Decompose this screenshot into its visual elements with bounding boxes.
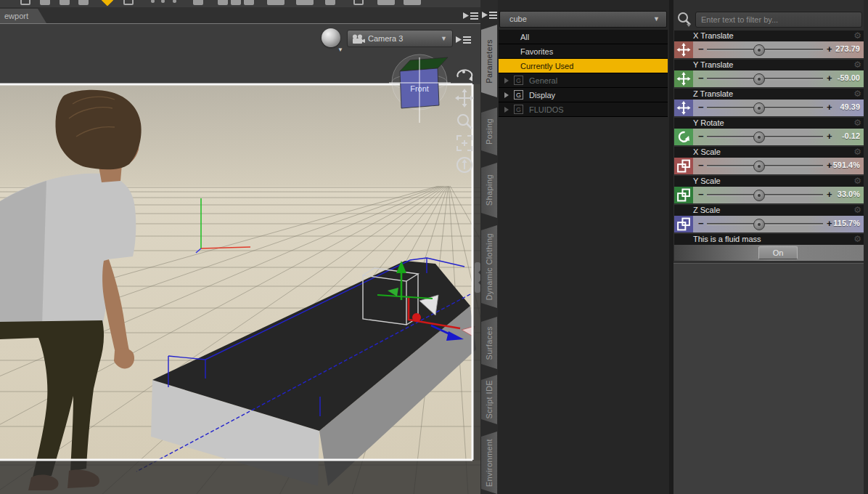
toggle-track[interactable]: On bbox=[674, 245, 864, 261]
viewport-options-icon[interactable] bbox=[456, 34, 472, 46]
slider-track[interactable] bbox=[707, 136, 823, 138]
slider-track[interactable] bbox=[707, 107, 823, 109]
toolbar-button[interactable] bbox=[102, 0, 114, 6]
toolbar-button[interactable] bbox=[60, 0, 70, 5]
toolbar-button[interactable] bbox=[151, 0, 155, 3]
slider-handle[interactable] bbox=[753, 131, 765, 143]
decrement-button[interactable]: − bbox=[698, 44, 704, 54]
scene-3d-render[interactable]: Front bbox=[0, 24, 480, 494]
tab-parameters[interactable]: Parameters bbox=[481, 25, 497, 97]
move-icon[interactable] bbox=[674, 41, 693, 58]
pan-tool-icon[interactable] bbox=[454, 88, 475, 108]
tab-surfaces[interactable]: Surfaces bbox=[481, 317, 497, 369]
frame-tool-icon[interactable] bbox=[454, 133, 475, 153]
slider-handle[interactable] bbox=[753, 219, 765, 230]
viewport-3d[interactable]: Front ▼ Camera 3 ▼ bbox=[0, 23, 480, 494]
slider-handle[interactable] bbox=[753, 102, 765, 114]
slider-track[interactable] bbox=[707, 49, 823, 51]
increment-button[interactable]: + bbox=[827, 189, 832, 200]
toolbar-button[interactable] bbox=[161, 0, 165, 3]
expander-triangle-icon[interactable] bbox=[504, 78, 512, 84]
pane-collapse-handle[interactable] bbox=[475, 262, 480, 293]
param-value[interactable]: 273.79 bbox=[835, 44, 860, 53]
toolbar-button[interactable] bbox=[296, 0, 314, 5]
increment-button[interactable]: + bbox=[827, 102, 832, 113]
tab-dynamic-clothing[interactable]: Dynamic Clothing bbox=[481, 225, 497, 308]
slider-handle[interactable] bbox=[753, 44, 765, 56]
slider-track[interactable] bbox=[707, 223, 823, 225]
zoom-tool-icon[interactable] bbox=[454, 111, 475, 131]
drawstyle-button[interactable]: ▼ bbox=[320, 28, 345, 53]
orbit-tool-icon[interactable] bbox=[454, 65, 475, 85]
scale-icon[interactable] bbox=[674, 158, 693, 174]
param-value[interactable]: 591.4% bbox=[833, 161, 860, 169]
toolbar-button[interactable] bbox=[173, 0, 176, 3]
slider-handle[interactable] bbox=[753, 190, 765, 201]
gear-icon[interactable]: ⚙ bbox=[853, 205, 861, 216]
toolbar-button[interactable] bbox=[218, 0, 228, 5]
scale-icon[interactable] bbox=[674, 216, 693, 232]
tab-shaping[interactable]: Shaping bbox=[481, 163, 497, 218]
gear-icon[interactable]: ⚙ bbox=[853, 31, 861, 41]
increment-button[interactable]: + bbox=[827, 44, 832, 54]
increment-button[interactable]: + bbox=[827, 218, 832, 229]
toolbar-button[interactable] bbox=[231, 0, 241, 5]
decrement-button[interactable]: − bbox=[698, 218, 704, 229]
camera-selector-dropdown[interactable]: Camera 3 ▼ bbox=[347, 30, 453, 47]
slider-track[interactable] bbox=[707, 78, 823, 80]
expander-triangle-icon[interactable] bbox=[504, 107, 512, 113]
toolbar-button[interactable] bbox=[20, 0, 30, 5]
toolbar-button[interactable] bbox=[123, 0, 134, 5]
param-value[interactable]: 115.7% bbox=[833, 219, 860, 227]
toolbar-button[interactable] bbox=[377, 0, 395, 5]
tab-script-ide[interactable]: Script IDE bbox=[481, 375, 497, 424]
gear-icon[interactable]: ⚙ bbox=[853, 176, 861, 187]
param-value[interactable]: 33.0% bbox=[838, 190, 860, 198]
toolbar-button[interactable] bbox=[325, 0, 335, 5]
toggle-on-button[interactable]: On bbox=[758, 246, 798, 259]
group-item-general[interactable]: GGeneral bbox=[499, 73, 668, 88]
group-item-fluidos[interactable]: GFLUIDOS bbox=[499, 102, 668, 117]
param-value[interactable]: 49.39 bbox=[840, 102, 860, 111]
filter-input[interactable] bbox=[695, 12, 862, 28]
param-value[interactable]: -0.12 bbox=[842, 131, 860, 140]
gear-icon[interactable]: ⚙ bbox=[853, 234, 861, 245]
decrement-button[interactable]: − bbox=[698, 131, 704, 142]
tab-viewport[interactable]: ewport bbox=[0, 9, 46, 23]
decrement-button[interactable]: − bbox=[698, 160, 704, 171]
increment-button[interactable]: + bbox=[827, 131, 832, 142]
slider-track[interactable] bbox=[707, 194, 823, 196]
group-item-currently-used[interactable]: Currently Used bbox=[499, 59, 668, 73]
rotate-icon[interactable] bbox=[674, 129, 693, 145]
toolbar-button[interactable] bbox=[353, 0, 364, 5]
expander-triangle-icon[interactable] bbox=[504, 92, 512, 98]
decrement-button[interactable]: − bbox=[698, 73, 704, 84]
toolbar-button[interactable] bbox=[404, 0, 421, 5]
toolbar-button[interactable] bbox=[193, 0, 203, 5]
gear-icon[interactable]: ⚙ bbox=[853, 89, 861, 100]
tabs-options-icon[interactable] bbox=[482, 9, 498, 21]
tab-environment[interactable]: Environment bbox=[481, 432, 497, 494]
search-icon[interactable] bbox=[676, 12, 692, 28]
move-icon[interactable] bbox=[674, 100, 693, 116]
gear-icon[interactable]: ⚙ bbox=[853, 60, 861, 70]
decrement-button[interactable]: − bbox=[698, 189, 704, 200]
slider-handle[interactable] bbox=[753, 161, 765, 172]
group-item-all[interactable]: All bbox=[499, 30, 668, 44]
param-value[interactable]: -59.00 bbox=[838, 73, 860, 82]
toolbar-button[interactable] bbox=[267, 0, 284, 5]
gear-icon[interactable]: ⚙ bbox=[853, 147, 861, 158]
toolbar-button[interactable] bbox=[40, 0, 50, 5]
tab-posing[interactable]: Posing bbox=[481, 108, 497, 155]
toolbar-button[interactable] bbox=[78, 0, 89, 5]
scale-icon[interactable] bbox=[674, 187, 693, 203]
aim-tool-icon[interactable] bbox=[454, 155, 475, 175]
slider-track[interactable] bbox=[707, 165, 823, 167]
group-item-favorites[interactable]: Favorites bbox=[499, 44, 668, 59]
node-selector-dropdown[interactable]: cube ▼ bbox=[499, 11, 667, 28]
increment-button[interactable]: + bbox=[827, 73, 832, 84]
move-icon[interactable] bbox=[674, 70, 693, 87]
pane-group-options-icon[interactable] bbox=[463, 10, 479, 22]
toolbar-button[interactable] bbox=[244, 0, 254, 5]
gear-icon[interactable]: ⚙ bbox=[853, 118, 861, 129]
